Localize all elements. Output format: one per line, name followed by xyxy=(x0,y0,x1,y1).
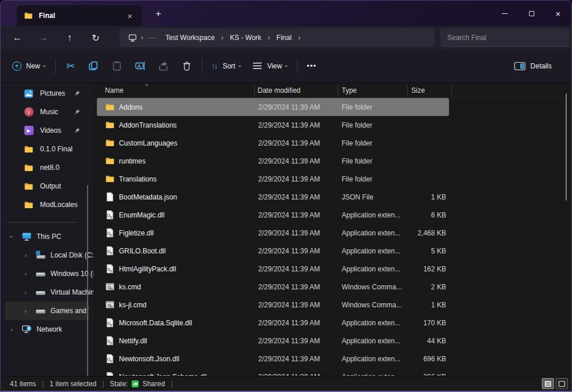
file-type: File folder xyxy=(342,98,372,116)
cut-button[interactable]: ✂ xyxy=(59,56,82,77)
scissors-icon: ✂ xyxy=(66,60,75,72)
sidebar-item-music[interactable]: ♪ Music xyxy=(1,103,90,121)
this-pc-icon[interactable] xyxy=(124,33,140,43)
file-row[interactable]: runtimes 2/29/2024 11:39 AM File folder xyxy=(97,152,449,170)
breadcrumb[interactable]: › ··· Test Workspace › KS - Work › Final… xyxy=(120,28,435,47)
sidebar-scrollbar[interactable] xyxy=(87,185,88,376)
column-header-name[interactable]: Name xyxy=(105,83,124,98)
breadcrumb-item[interactable]: Test Workspace xyxy=(160,34,220,42)
file-type-icon xyxy=(105,318,115,328)
file-size xyxy=(370,170,446,188)
file-type-icon xyxy=(105,120,115,130)
column-header-date-modified[interactable]: Date modified xyxy=(258,83,301,98)
sidebar-item-label: Music xyxy=(40,108,73,116)
delete-button[interactable] xyxy=(175,56,198,77)
toolbar-divider xyxy=(55,59,56,74)
sort-button[interactable]: ↑↓ Sort › xyxy=(206,56,247,77)
sidebar-item-games-drive[interactable]: › Games and Wo xyxy=(5,302,89,320)
column-divider[interactable] xyxy=(338,85,338,96)
chevron-collapsed-icon[interactable]: › xyxy=(21,270,30,277)
new-tab-button[interactable]: + xyxy=(150,6,166,21)
file-row[interactable]: AddonTranslations 2/29/2024 11:39 AM Fil… xyxy=(97,116,449,134)
folder-icon xyxy=(24,163,34,173)
new-button[interactable]: + New › xyxy=(6,56,52,77)
rename-button[interactable]: A xyxy=(129,56,152,77)
column-divider[interactable] xyxy=(254,85,255,96)
tab-final[interactable]: Final × xyxy=(17,5,142,26)
up-button[interactable]: ↑ xyxy=(60,29,79,46)
view-button[interactable]: View › xyxy=(247,56,293,77)
minimize-button[interactable] xyxy=(491,1,518,26)
sidebar-item-windows-10-drive[interactable]: › Windows 10 (D xyxy=(1,264,93,283)
sidebar-item-videos[interactable]: ▶ Videos xyxy=(1,121,90,140)
column-divider[interactable] xyxy=(451,85,452,96)
back-button[interactable]: ← xyxy=(8,29,27,46)
icons-view-toggle[interactable] xyxy=(556,378,568,389)
file-row[interactable]: ks.cmd 2/29/2024 11:39 AM Windows Comma.… xyxy=(97,278,449,296)
breadcrumb-item[interactable]: KS - Work xyxy=(225,34,266,42)
more-options-button[interactable]: ••• xyxy=(301,56,323,77)
copy-button[interactable] xyxy=(82,56,106,77)
breadcrumb-item-current[interactable]: Final xyxy=(271,34,297,42)
drive-icon xyxy=(35,306,46,316)
file-type-icon xyxy=(105,264,115,274)
sort-button-label: Sort xyxy=(223,62,236,70)
file-row[interactable]: GRILO.Boot.dll 2/29/2024 11:39 AM Applic… xyxy=(97,242,449,260)
file-rows: Addons 2/29/2024 11:39 AM File folder Ad… xyxy=(93,98,571,376)
chevron-collapsed-icon[interactable]: › xyxy=(8,326,16,333)
details-view-toggle[interactable] xyxy=(542,378,554,389)
details-button-label: Details xyxy=(530,62,552,70)
forward-button[interactable]: → xyxy=(34,29,53,46)
file-row[interactable]: Microsoft.Data.Sqlite.dll 2/29/2024 11:3… xyxy=(97,314,449,332)
state-value: Shared xyxy=(143,380,165,388)
file-name: BootMetadata.json xyxy=(119,188,177,206)
chevron-collapsed-icon[interactable]: › xyxy=(21,252,30,259)
sidebar-item-network[interactable]: › Network xyxy=(1,320,93,339)
sidebar-item-label: This PC xyxy=(37,233,93,241)
chevron-collapsed-icon[interactable]: › xyxy=(21,289,30,296)
maximize-button[interactable] xyxy=(518,1,545,26)
sidebar-item-this-pc[interactable]: › This PC xyxy=(1,227,93,246)
details-pane-button[interactable]: Details xyxy=(508,56,561,77)
file-row[interactable]: EnumMagic.dll 2/29/2024 11:39 AM Applica… xyxy=(97,206,449,224)
tab-close-button[interactable]: × xyxy=(124,10,136,21)
sidebar-item-local-disk-c[interactable]: › Local Disk (C:) xyxy=(1,246,93,264)
sidebar-item-virtual-machines-drive[interactable]: › Virtual Machin xyxy=(1,283,93,302)
file-size: 162 KB xyxy=(370,260,446,278)
breadcrumb-overflow[interactable]: ··· xyxy=(144,34,160,42)
file-type: File folder xyxy=(342,152,372,170)
close-button[interactable]: × xyxy=(545,1,571,26)
file-row[interactable]: ks-jl.cmd 2/29/2024 11:39 AM Windows Com… xyxy=(97,296,449,314)
file-row[interactable]: Newtonsoft.Json.dll 2/29/2024 11:39 AM A… xyxy=(97,350,449,368)
column-header-type[interactable]: Type xyxy=(342,83,357,98)
file-date-modified: 2/29/2024 11:39 AM xyxy=(258,368,320,376)
sidebar-item-folder[interactable]: Output xyxy=(1,177,90,195)
search-box[interactable] xyxy=(440,28,569,47)
file-row[interactable]: Translations 2/29/2024 11:39 AM File fol… xyxy=(97,170,449,188)
file-type-icon xyxy=(105,282,115,292)
file-row[interactable]: BootMetadata.json 2/29/2024 11:39 AM JSO… xyxy=(97,188,449,206)
file-date-modified: 2/29/2024 11:39 AM xyxy=(258,314,320,332)
file-row[interactable]: Addons 2/29/2024 11:39 AM File folder xyxy=(97,98,449,116)
file-list-scrollbar[interactable] xyxy=(566,93,567,201)
file-row[interactable]: Newtonsoft.Json.Schema.dll 2/29/2024 11:… xyxy=(97,368,449,376)
sidebar-item-folder[interactable]: 0.1.0 Final xyxy=(1,140,90,158)
search-input[interactable] xyxy=(446,33,563,42)
file-name: EnumMagic.dll xyxy=(119,206,165,224)
column-header-size[interactable]: Size xyxy=(411,83,425,98)
chevron-collapsed-icon[interactable]: › xyxy=(21,307,30,314)
folder-icon xyxy=(24,11,33,20)
file-row[interactable]: HtmlAgilityPack.dll 2/29/2024 11:39 AM A… xyxy=(97,260,449,278)
paste-button[interactable] xyxy=(106,56,129,77)
column-divider[interactable] xyxy=(407,85,408,96)
sidebar-item-folder[interactable]: ModLocales xyxy=(1,195,90,214)
sidebar-item-folder[interactable]: net8.0 xyxy=(1,158,90,177)
file-row[interactable]: Figletize.dll 2/29/2024 11:39 AM Applica… xyxy=(97,224,449,242)
copy-icon xyxy=(88,60,99,71)
chevron-expanded-icon[interactable]: › xyxy=(8,233,15,241)
share-button[interactable] xyxy=(152,56,175,77)
file-row[interactable]: CustomLanguages 2/29/2024 11:39 AM File … xyxy=(97,134,449,152)
sidebar-item-pictures[interactable]: Pictures xyxy=(1,84,90,103)
file-row[interactable]: Nettify.dll 2/29/2024 11:39 AM Applicati… xyxy=(97,332,449,350)
refresh-button[interactable]: ↻ xyxy=(86,29,106,46)
